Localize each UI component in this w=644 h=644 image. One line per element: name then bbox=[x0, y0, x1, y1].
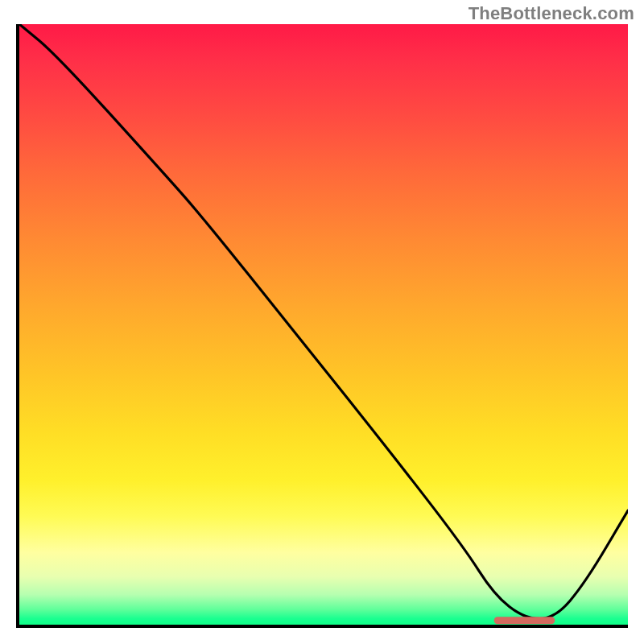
optimal-marker bbox=[494, 617, 555, 624]
chart-container: TheBottleneck.com bbox=[0, 0, 644, 644]
plot-area bbox=[16, 24, 628, 628]
bottleneck-curve bbox=[19, 24, 628, 625]
attribution-text: TheBottleneck.com bbox=[469, 3, 634, 24]
